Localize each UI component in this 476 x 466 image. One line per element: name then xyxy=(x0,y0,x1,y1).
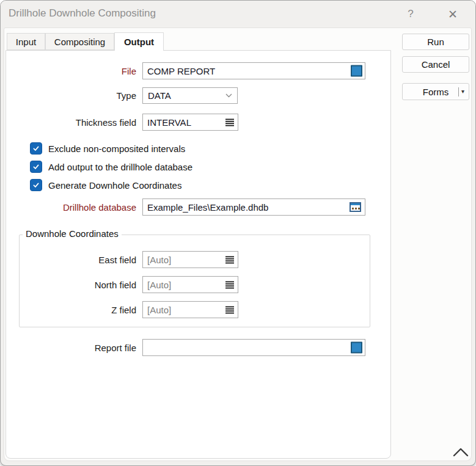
split-divider xyxy=(458,87,459,96)
thickness-field xyxy=(142,114,238,131)
forms-button[interactable]: Forms ▾ xyxy=(402,83,469,100)
report-file-select-button[interactable] xyxy=(351,342,362,354)
forms-dropdown-toggle[interactable]: ▾ xyxy=(458,84,464,100)
report-file-input[interactable] xyxy=(142,339,365,356)
close-button[interactable]: ✕ xyxy=(443,5,463,23)
tab-compositing[interactable]: Compositing xyxy=(45,33,114,50)
type-label: Type xyxy=(1,90,136,101)
browse-window-icon xyxy=(350,202,361,212)
hamburger-icon xyxy=(225,256,234,264)
thickness-field-label: Thickness field xyxy=(1,117,136,128)
chevron-up-icon xyxy=(452,446,469,457)
file-select-button[interactable] xyxy=(351,65,362,77)
z-field-label: Z field xyxy=(1,305,136,315)
exclude-intervals-checkbox[interactable] xyxy=(30,142,42,155)
report-file-field xyxy=(142,339,365,356)
downhole-coordinates-group-title: Downhole Coordinates xyxy=(23,228,122,239)
drillhole-database-row: Drillhole database xyxy=(1,198,365,216)
file-label: File xyxy=(1,66,136,76)
generate-coordinates-label[interactable]: Generate Downhole Coordinates xyxy=(48,180,181,191)
check-icon xyxy=(32,181,40,189)
cancel-button[interactable]: Cancel xyxy=(402,56,469,73)
drillhole-database-field xyxy=(142,198,365,216)
title-bar[interactable]: Drillhole Downhole Compositing ? ✕ xyxy=(1,1,475,27)
report-file-label: Report file xyxy=(1,343,136,353)
north-field xyxy=(142,276,238,293)
z-field-row: Z field xyxy=(1,301,238,318)
chevron-down-icon xyxy=(225,93,232,98)
east-field xyxy=(142,251,238,268)
type-dropdown[interactable]: DATA xyxy=(142,87,238,104)
z-field-input[interactable] xyxy=(142,301,238,318)
forms-button-label: Forms xyxy=(423,87,449,97)
type-field: DATA xyxy=(142,87,238,104)
run-button[interactable]: Run xyxy=(402,34,469,50)
check-icon xyxy=(32,163,40,170)
tab-output[interactable]: Output xyxy=(114,32,164,51)
hamburger-icon xyxy=(225,118,234,126)
thickness-field-list-button[interactable] xyxy=(225,118,235,126)
generate-coordinates-checkbox[interactable] xyxy=(30,179,42,191)
window-title: Drillhole Downhole Compositing xyxy=(9,7,156,20)
check-icon xyxy=(32,145,40,152)
hamburger-icon xyxy=(225,306,234,314)
collapse-button[interactable] xyxy=(450,445,471,461)
north-field-label: North field xyxy=(1,280,136,290)
east-field-list-button[interactable] xyxy=(225,255,235,264)
file-field xyxy=(142,62,365,79)
file-row: File xyxy=(1,62,365,79)
exclude-intervals-label[interactable]: Exclude non-composited intervals xyxy=(48,144,185,154)
east-field-label: East field xyxy=(1,255,136,265)
add-output-row: Add output to the drillhole database xyxy=(30,159,192,174)
generate-coordinates-row: Generate Downhole Coordinates xyxy=(30,178,181,192)
file-input[interactable] xyxy=(142,62,365,79)
thickness-field-input[interactable] xyxy=(142,114,238,131)
hamburger-icon xyxy=(225,281,234,289)
z-field xyxy=(142,301,238,318)
type-row: Type DATA xyxy=(1,87,238,104)
type-dropdown-value: DATA xyxy=(148,90,171,101)
east-field-row: East field xyxy=(1,251,238,268)
north-field-input[interactable] xyxy=(142,276,238,293)
browse-database-button[interactable] xyxy=(350,202,362,213)
add-output-checkbox[interactable] xyxy=(30,161,42,173)
east-field-input[interactable] xyxy=(142,251,238,268)
tab-input[interactable]: Input xyxy=(7,33,45,50)
drillhole-database-label: Drillhole database xyxy=(1,202,136,213)
z-field-list-button[interactable] xyxy=(225,305,235,314)
dialog-window: Drillhole Downhole Compositing ? ✕ Input… xyxy=(0,0,476,466)
drillhole-database-input[interactable] xyxy=(142,198,365,216)
thickness-field-row: Thickness field xyxy=(1,114,238,131)
north-field-row: North field xyxy=(1,276,238,293)
north-field-list-button[interactable] xyxy=(225,280,235,289)
exclude-intervals-row: Exclude non-composited intervals xyxy=(30,141,185,156)
report-file-row: Report file xyxy=(1,339,365,356)
help-button[interactable]: ? xyxy=(403,5,419,23)
dropdown-arrow-icon: ▾ xyxy=(461,89,464,95)
add-output-label[interactable]: Add output to the drillhole database xyxy=(48,162,192,172)
